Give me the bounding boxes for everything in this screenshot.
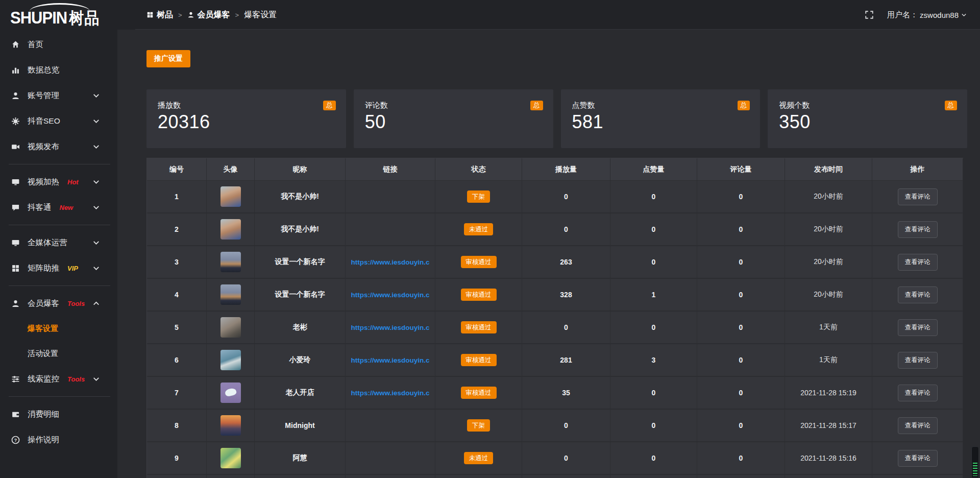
view-comments-button[interactable]: 查看评论: [898, 254, 938, 271]
sidebar-item-消费明细[interactable]: 消费明细: [0, 401, 117, 427]
stat-card-total-badge: 总: [323, 101, 336, 110]
promo-settings-button[interactable]: 推广设置: [146, 50, 190, 67]
table-column-header: 发布时间: [785, 158, 872, 181]
sidebar-item-首页[interactable]: 首页: [0, 32, 117, 57]
stat-card-label: 播放数: [158, 101, 336, 110]
fullscreen-icon[interactable]: [865, 10, 874, 19]
view-comments-button[interactable]: 查看评论: [898, 188, 938, 205]
cell-plays: 35: [522, 377, 610, 410]
view-comments-button[interactable]: 查看评论: [898, 221, 938, 238]
breadcrumb-item[interactable]: 树品: [146, 10, 173, 20]
cell-status: 未通过: [435, 213, 522, 246]
cell-number: 3: [147, 246, 207, 279]
status-badge: 未通过: [464, 452, 494, 465]
stat-card-value: 20316: [158, 111, 336, 133]
sidebar-divider: [9, 164, 110, 164]
monitor-icon: [11, 238, 20, 247]
table-row: 5 老彬 https://www.iesdouyin.c 审核通过 0 0 0 …: [147, 312, 963, 344]
sidebar-item-矩阵助推[interactable]: 矩阵助推 VIP: [0, 255, 117, 281]
avatar: [220, 284, 241, 305]
table-header-row: 编号头像昵称链接状态播放量点赞量评论量发布时间操作: [147, 158, 963, 181]
stat-card-label: 点赞数: [572, 101, 750, 110]
sidebar-item-视频发布[interactable]: 视频发布: [0, 134, 117, 159]
chevron-down-icon: [961, 12, 967, 18]
cell-comments: 0: [697, 181, 785, 213]
avatar: [220, 186, 241, 207]
table-row: 7 老人开店 https://www.iesdouyin.c 审核通过 35 0…: [147, 377, 963, 410]
username: zswodun88: [920, 11, 959, 19]
cell-comments: [697, 475, 785, 478]
cell-number: 7: [147, 377, 207, 410]
sidebar-item-全媒体运营[interactable]: 全媒体运营: [0, 230, 117, 255]
cell-number: 6: [147, 344, 207, 377]
cell-nickname: Midnight: [255, 410, 346, 442]
table-row: 3 设置一个新名字 https://www.iesdouyin.c 审核通过 2…: [147, 246, 963, 279]
breadcrumb-item[interactable]: 爆客设置: [244, 10, 277, 20]
cell-action: 查看评论: [872, 442, 963, 475]
chevron-down-icon: [92, 91, 101, 100]
cell-likes: 0: [610, 181, 697, 213]
video-link[interactable]: https://www.iesdouyin.c: [351, 291, 429, 299]
sidebar-item-操作说明[interactable]: ? 操作说明: [0, 427, 117, 452]
video-link[interactable]: https://www.iesdouyin.c: [351, 324, 429, 331]
cell-likes: 0: [610, 377, 697, 410]
sidebar-item-视频加热[interactable]: 视频加热 Hot: [0, 169, 117, 195]
cell-time: 20小时前: [785, 181, 872, 213]
table-row: 1 我不是小帅! 下架 0 0 0 20小时前 查看评论: [147, 181, 963, 213]
breadcrumb-label: 会员爆客: [198, 10, 230, 20]
video-link[interactable]: https://www.iesdouyin.c: [351, 258, 429, 266]
status-badge: 下架: [467, 190, 490, 203]
table-row: 6 小爱玲 https://www.iesdouyin.c 审核通过 281 3…: [147, 344, 963, 377]
cell-status: 审核通过: [435, 246, 522, 279]
cell-plays: 0: [522, 312, 610, 344]
stat-card-label: 评论数: [365, 101, 543, 110]
view-comments-button[interactable]: 查看评论: [898, 385, 938, 401]
avatar: [220, 383, 241, 403]
stat-card-total-badge: 总: [530, 101, 543, 110]
user-menu[interactable]: 用户名：zswodun88: [887, 10, 967, 20]
sidebar-item-label: 矩阵助推: [28, 263, 59, 274]
sidebar-item-账号管理[interactable]: 账号管理: [0, 83, 117, 108]
avatar: [220, 252, 241, 272]
sidebar-subitem-活动设置[interactable]: 活动设置: [0, 341, 117, 366]
view-comments-button[interactable]: 查看评论: [898, 352, 938, 369]
cell-likes: 3: [610, 344, 697, 377]
view-comments-button[interactable]: 查看评论: [898, 450, 938, 467]
video-link[interactable]: https://www.iesdouyin.c: [351, 356, 429, 364]
cell-likes: 0: [610, 246, 697, 279]
cell-nickname: 我不是小帅!: [255, 213, 346, 246]
chat-icon: [11, 203, 20, 212]
video-link[interactable]: https://www.iesdouyin.c: [351, 389, 429, 397]
sidebar-item-数据总览[interactable]: 数据总览: [0, 57, 117, 83]
sidebar-item-会员爆客[interactable]: 会员爆客 Tools: [0, 291, 117, 316]
video-camera-icon: [11, 142, 20, 151]
scroll-widget[interactable]: [971, 446, 979, 478]
cell-status: [435, 475, 522, 478]
cell-comments: 0: [697, 279, 785, 312]
view-comments-button[interactable]: 查看评论: [898, 417, 938, 434]
sidebar-item-抖客通[interactable]: 抖客通 New: [0, 195, 117, 220]
stat-card: 视频个数 350 总: [768, 89, 967, 148]
cell-link: [346, 442, 435, 475]
sidebar-item-抖音SEO[interactable]: 抖音SEO: [0, 108, 117, 134]
svg-text:?: ?: [14, 437, 17, 442]
status-badge: 审核通过: [461, 354, 497, 367]
table-column-header: 评论量: [697, 158, 785, 181]
topbar-right: 用户名：zswodun88: [865, 0, 967, 30]
sidebar-item-线索监控[interactable]: 线索监控 Tools: [0, 366, 117, 392]
sidebar-subitem-爆客设置[interactable]: 爆客设置: [0, 316, 117, 341]
sidebar-item-label: 消费明细: [28, 409, 59, 420]
cell-action: 查看评论: [872, 279, 963, 312]
home-icon: [11, 40, 20, 49]
cell-action: [872, 475, 963, 478]
view-comments-button[interactable]: 查看评论: [898, 319, 938, 336]
cell-likes: 0: [610, 312, 697, 344]
view-comments-button[interactable]: 查看评论: [898, 286, 938, 303]
cell-comments: 0: [697, 442, 785, 475]
stat-card-total-badge: 总: [738, 101, 750, 110]
cell-comments: 0: [697, 344, 785, 377]
table-column-header: 链接: [346, 158, 435, 181]
gear-icon: [11, 117, 20, 126]
breadcrumb-item[interactable]: 会员爆客: [187, 10, 230, 20]
cell-action: 查看评论: [872, 246, 963, 279]
